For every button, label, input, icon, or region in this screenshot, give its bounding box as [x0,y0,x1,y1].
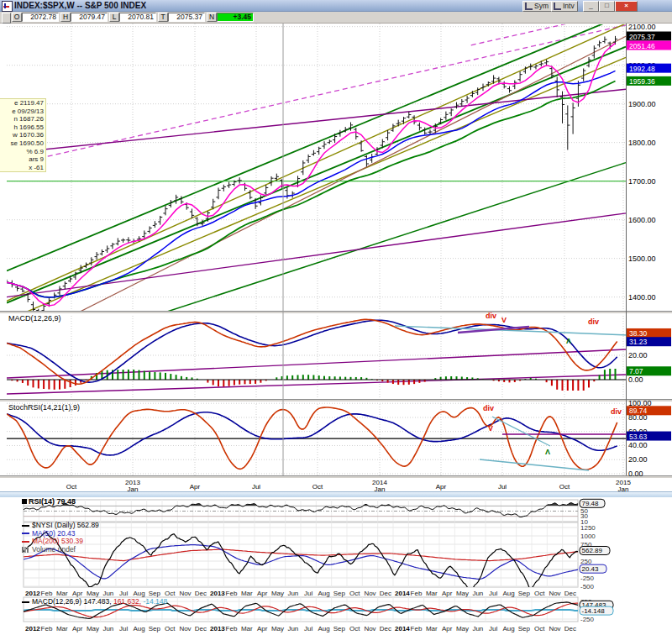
svg-text:Mar: Mar [56,590,68,597]
svg-text:Apr: Apr [257,625,268,632]
svg-text:-250: -250 [580,575,595,582]
restore-button[interactable]: □ [599,1,615,12]
tooltip-row: ars 9 [0,155,45,164]
svg-text:Oct: Oct [349,590,360,597]
svg-text:Mar: Mar [56,625,68,632]
last-label: T [158,13,168,22]
minimize-icon: _ [589,2,592,9]
svg-text:Feb: Feb [226,590,238,597]
app-icon [2,1,13,12]
rsi-legend: RSI(14) 79.48 [22,497,76,506]
intv-button[interactable]: Intv [551,1,578,12]
svg-text:2014: 2014 [395,625,410,632]
svg-text:Sep: Sep [333,625,346,632]
svg-text:Oct: Oct [165,590,176,597]
svg-text:Jun: Jun [287,625,298,632]
svg-text:2012: 2012 [25,590,40,597]
high-label: H [60,13,71,22]
svg-text:1600.00: 1600.00 [628,216,656,224]
open-field: O2072.78 [12,13,59,22]
svg-text:Jun: Jun [102,625,113,632]
svg-text:Dec: Dec [195,590,207,597]
ma200-line-icon [22,541,29,543]
restore-icon: □ [605,2,609,9]
svg-text:div: div [611,407,622,416]
svg-text:Jul: Jul [119,625,128,632]
svg-text:Nov: Nov [179,590,191,597]
title-bar: INDEX:$SPX,W -- S&P 500 INDEX Sym Intv _… [0,0,672,12]
svg-text:2012: 2012 [25,625,40,632]
svg-text:Jul: Jul [304,590,312,597]
macd2-line-icon [22,601,29,603]
svg-text:Aug: Aug [133,625,144,632]
svg-text:Feb: Feb [226,625,238,632]
high-field: H2079.47 [60,13,108,22]
svg-text:20.00: 20.00 [628,455,648,464]
volume-icon [22,547,29,553]
lower-axis: 7050301012501000750250-250-500250-25079.… [580,499,613,622]
tooltip-row: e 2119.47 [0,99,45,108]
data-window-tooltip: e 2119.47 e 09/29/13 n 1687.26 h 1696.55… [0,98,46,172]
svg-text:May: May [271,590,284,597]
svg-text:Oct: Oct [534,590,545,597]
minimize-button[interactable]: _ [583,1,599,12]
interval-icon [554,3,561,10]
price-trendlines [7,10,626,339]
svg-text:Mar: Mar [426,625,438,632]
svg-text:2013: 2013 [210,625,225,632]
last-field: T2075.37 [158,13,205,22]
low-label: L [109,13,119,22]
svg-text:Apr: Apr [442,625,453,632]
svg-text:-500: -500 [580,583,595,590]
net-change-label: N [207,13,217,22]
svg-text:Jun: Jun [102,590,113,597]
svg-text:Jul: Jul [252,483,260,491]
high-value: 2079.47 [71,13,108,22]
svg-text:Aug: Aug [133,590,144,597]
svg-text:Dec: Dec [380,625,391,632]
svg-text:div: div [483,404,494,412]
svg-text:Dec: Dec [564,625,576,632]
macd-pane-label: MACD(12,26,9) [8,314,61,323]
net-change-value: +3.45 [217,13,254,22]
low-field: L2070.81 [109,13,156,22]
nysi-line-icon [22,525,29,527]
svg-text:Mar: Mar [241,625,253,632]
tooltip-row: se 1690.50 [0,139,45,148]
svg-text:-250: -250 [580,616,595,623]
svg-text:Jul: Jul [489,590,497,597]
svg-text:Feb: Feb [41,625,53,632]
svg-text:79.48: 79.48 [582,500,600,507]
svg-text:Apr: Apr [436,483,447,491]
tooltip-row: % 6.9 [0,148,45,156]
close-button[interactable]: × [615,1,638,12]
svg-text:Feb: Feb [411,625,423,632]
svg-text:Apr: Apr [190,483,201,491]
svg-text:Aug: Aug [318,625,329,632]
svg-text:Jun: Jun [472,625,483,632]
svg-text:Dec: Dec [564,590,576,597]
svg-text:Oct: Oct [349,625,360,632]
svg-text:-14.148: -14.148 [582,607,606,615]
svg-text:1900.00: 1900.00 [628,100,656,108]
tooltip-row: e 09/29/13 [0,108,45,116]
svg-text:May: May [271,625,284,632]
open-value: 2072.78 [22,13,59,22]
sym-button[interactable]: Sym [522,1,552,12]
svg-text:Oct: Oct [559,483,570,491]
tooltip-row: w 1670.36 [0,131,45,139]
quote-bar: O2072.78 H2079.47 L2070.81 T2075.37 N+3.… [0,12,672,24]
svg-text:Jul: Jul [489,625,497,632]
svg-text:2051.46: 2051.46 [629,42,655,50]
svg-text:0.00: 0.00 [628,375,643,384]
svg-text:562.89: 562.89 [582,547,603,554]
svg-text:38.30: 38.30 [629,329,648,338]
svg-text:Apr: Apr [72,625,83,632]
svg-text:Feb: Feb [41,590,53,597]
sym-button-label: Sym [534,2,549,10]
upper-gridlines [7,24,626,475]
svg-text:1000: 1000 [580,533,596,540]
svg-text:Feb: Feb [411,590,423,597]
svg-text:Dec: Dec [380,590,391,597]
svg-text:1992.48: 1992.48 [629,65,655,73]
